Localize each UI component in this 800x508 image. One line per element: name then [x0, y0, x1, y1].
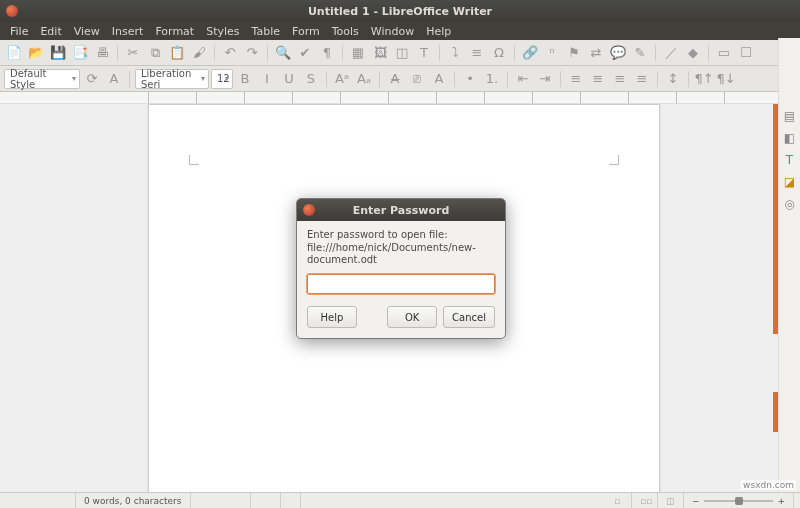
- dialog-message-line1: Enter password to open file:: [307, 229, 448, 240]
- enter-password-dialog: Enter Password Enter password to open fi…: [296, 198, 506, 339]
- dialog-message: Enter password to open file: file:///hom…: [307, 229, 495, 267]
- dialog-close-icon[interactable]: [303, 204, 315, 216]
- ok-button[interactable]: OK: [387, 306, 437, 328]
- dialog-message-line2: file:///home/nick/Documents/new-document…: [307, 242, 476, 266]
- password-input[interactable]: [307, 274, 495, 294]
- cancel-button[interactable]: Cancel: [443, 306, 495, 328]
- dialog-title-text: Enter Password: [353, 204, 450, 217]
- dialog-titlebar: Enter Password: [297, 199, 505, 221]
- button-spacer: [363, 306, 381, 328]
- dialog-body: Enter password to open file: file:///hom…: [297, 221, 505, 338]
- help-button[interactable]: Help: [307, 306, 357, 328]
- dialog-button-row: Help OK Cancel: [307, 306, 495, 328]
- dialog-overlay: Enter Password Enter password to open fi…: [0, 0, 800, 508]
